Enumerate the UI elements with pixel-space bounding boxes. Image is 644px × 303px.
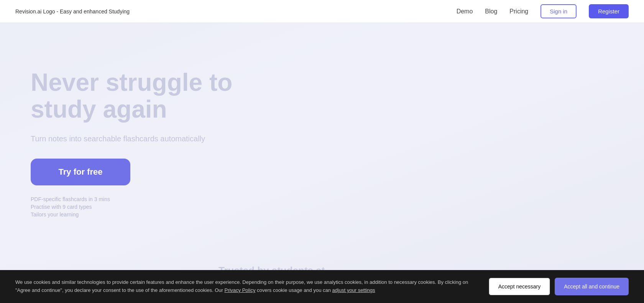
cookie-message-part2: covers cookie usage and you can [255,287,332,293]
nav-pricing[interactable]: Pricing [509,8,528,15]
accept-all-button[interactable]: Accept all and continue [555,278,629,295]
cookie-banner: We use cookies and similar technologies … [0,270,644,303]
cookie-buttons: Accept necessary Accept all and continue [489,278,629,295]
hero-feature-3: Tailors your learning [31,211,613,218]
register-button[interactable]: Register [589,4,629,18]
main-nav: Demo Blog Pricing Sign in Register [457,4,629,18]
try-free-button[interactable]: Try for free [31,159,130,185]
cookie-settings-link[interactable]: adjust your settings [332,287,375,293]
hero-title: Never struggle to study again [31,69,299,123]
signin-button[interactable]: Sign in [540,4,577,18]
header: Revision.ai Logo - Easy and enhanced Stu… [0,0,644,23]
logo: Revision.ai Logo - Easy and enhanced Stu… [15,8,130,15]
nav-blog[interactable]: Blog [485,8,497,15]
nav-demo[interactable]: Demo [457,8,473,15]
hero-section: Never struggle to study again Turn notes… [0,23,644,303]
hero-features-list: PDF-specific flashcards in 3 mins Practi… [31,196,613,218]
hero-feature-1: PDF-specific flashcards in 3 mins [31,196,613,202]
hero-feature-2: Practise with 9 card types [31,204,613,210]
cookie-message-text: We use cookies and similar technologies … [15,278,477,295]
hero-subtitle: Turn notes into searchable flashcards au… [31,134,261,143]
accept-necessary-button[interactable]: Accept necessary [489,278,550,295]
cookie-privacy-link[interactable]: Privacy Policy [224,287,255,293]
